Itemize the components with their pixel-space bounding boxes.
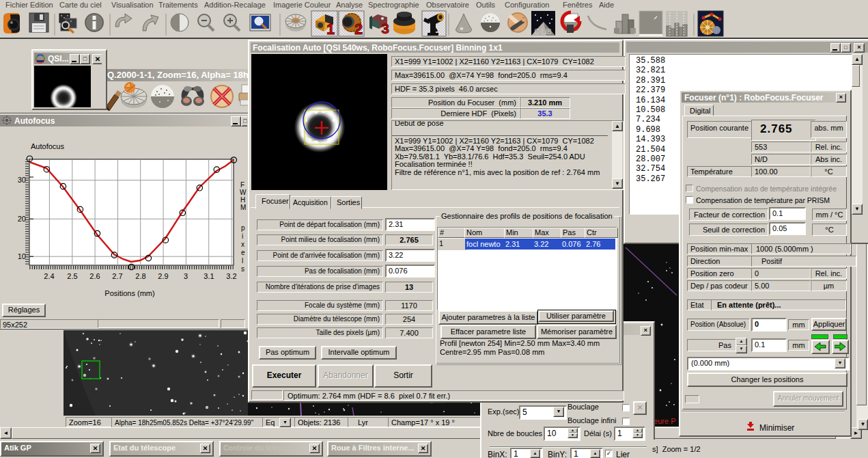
svg-text:2.4: 2.4 <box>44 272 54 280</box>
svg-text:e: e <box>241 249 245 256</box>
svg-text:2.5: 2.5 <box>67 272 77 280</box>
svg-text:2: 2 <box>354 21 363 38</box>
svg-text:Positions (mm): Positions (mm) <box>104 289 154 297</box>
svg-text:M: M <box>240 204 246 211</box>
svg-text:20: 20 <box>18 215 26 223</box>
svg-text:F: F <box>240 181 244 189</box>
svg-text:H: H <box>240 196 245 204</box>
svg-text:10: 10 <box>18 252 26 260</box>
svg-text:2.8: 2.8 <box>135 272 145 280</box>
svg-text:x: x <box>241 241 244 248</box>
svg-text:2.6: 2.6 <box>89 272 100 280</box>
svg-text:2.7: 2.7 <box>112 272 122 280</box>
svg-text:1: 1 <box>326 21 335 38</box>
svg-text:i: i <box>242 232 243 240</box>
svg-text:W: W <box>240 189 247 196</box>
svg-text:C⋅LIB: C⋅LIB <box>534 28 552 36</box>
svg-text:3.2: 3.2 <box>226 272 236 280</box>
svg-text:3: 3 <box>381 21 389 36</box>
svg-text:l: l <box>242 257 243 265</box>
svg-text:3: 3 <box>184 272 188 280</box>
svg-text:p: p <box>241 224 245 232</box>
svg-text:s: s <box>241 265 244 273</box>
svg-text:2.9: 2.9 <box>158 272 168 280</box>
svg-text:30: 30 <box>18 176 26 184</box>
svg-text:3.1: 3.1 <box>204 272 214 280</box>
svg-text:Autofocus: Autofocus <box>31 142 64 150</box>
